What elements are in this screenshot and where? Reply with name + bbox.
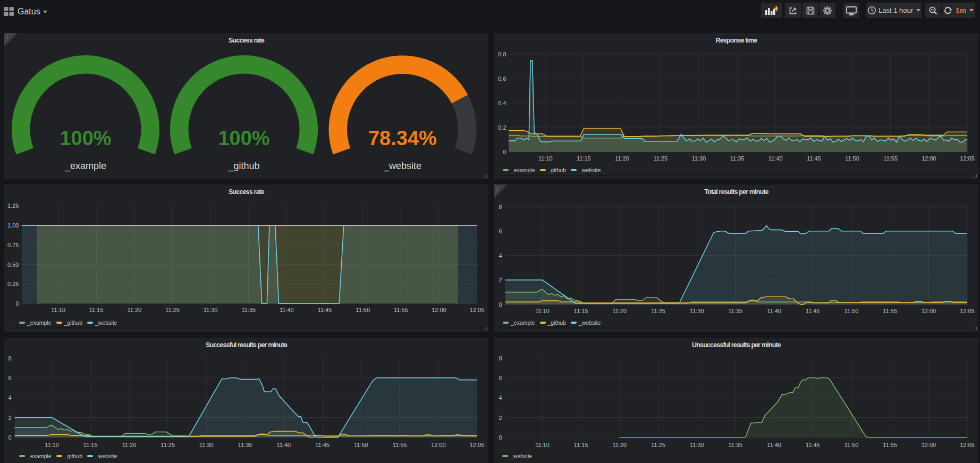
svg-text:11:35: 11:35: [729, 442, 743, 448]
svg-text:11:15: 11:15: [89, 307, 104, 313]
svg-text:11:45: 11:45: [318, 307, 332, 313]
svg-text:11:35: 11:35: [730, 155, 745, 162]
svg-text:11:50: 11:50: [356, 307, 370, 313]
svg-text:12:05: 12:05: [470, 442, 485, 448]
svg-text:12:05: 12:05: [960, 442, 975, 448]
svg-text:11:50: 11:50: [354, 442, 368, 448]
svg-text:1.25: 1.25: [7, 203, 19, 209]
svg-text:11:20: 11:20: [615, 155, 629, 162]
svg-text:12:05: 12:05: [960, 155, 975, 162]
svg-text:8: 8: [499, 204, 502, 210]
svg-text:78.34%: 78.34%: [368, 127, 437, 149]
svg-text:0.8: 0.8: [498, 51, 506, 57]
svg-text:11:10: 11:10: [51, 307, 65, 313]
svg-text:12:00: 12:00: [431, 442, 446, 448]
svg-text:_example: _example: [64, 161, 106, 172]
svg-text:4: 4: [499, 394, 502, 401]
svg-text:11:45: 11:45: [807, 155, 821, 162]
svg-text:11:15: 11:15: [574, 308, 588, 314]
svg-text:6: 6: [9, 375, 12, 381]
svg-text:11:45: 11:45: [806, 442, 820, 448]
svg-text:12:00: 12:00: [922, 155, 936, 162]
svg-text:11:20: 11:20: [122, 442, 137, 448]
svg-text:11:55: 11:55: [883, 155, 898, 162]
svg-text:11:30: 11:30: [690, 442, 704, 448]
svg-text:100%: 100%: [218, 127, 269, 149]
svg-text:11:35: 11:35: [238, 442, 252, 448]
svg-text:100%: 100%: [60, 127, 111, 149]
svg-text:11:40: 11:40: [277, 442, 291, 448]
svg-text:11:30: 11:30: [204, 307, 218, 313]
svg-text:_github: _github: [227, 161, 259, 172]
svg-text:4: 4: [9, 394, 12, 401]
svg-text:11:50: 11:50: [845, 155, 859, 162]
svg-text:11:20: 11:20: [613, 308, 627, 314]
svg-text:11:40: 11:40: [280, 307, 294, 313]
svg-text:11:30: 11:30: [692, 155, 706, 162]
svg-text:11:25: 11:25: [651, 308, 665, 314]
svg-text:0.50: 0.50: [7, 262, 19, 268]
svg-text:11:10: 11:10: [535, 308, 550, 314]
svg-text:0.6: 0.6: [498, 75, 506, 82]
svg-text:12:00: 12:00: [432, 307, 446, 313]
svg-text:0: 0: [499, 434, 502, 441]
svg-text:4: 4: [499, 252, 502, 259]
svg-text:11:50: 11:50: [844, 308, 859, 314]
svg-text:12:00: 12:00: [922, 308, 936, 314]
svg-text:0.75: 0.75: [7, 242, 19, 248]
svg-text:0: 0: [499, 301, 502, 308]
svg-text:2: 2: [499, 415, 502, 421]
svg-text:11:20: 11:20: [613, 442, 627, 448]
svg-text:11:10: 11:10: [535, 442, 550, 448]
svg-text:0: 0: [503, 149, 506, 155]
svg-text:11:35: 11:35: [241, 307, 256, 313]
svg-text:12:00: 12:00: [922, 442, 936, 448]
svg-text:11:15: 11:15: [577, 155, 591, 162]
svg-text:8: 8: [499, 355, 502, 361]
svg-text:11:40: 11:40: [767, 308, 781, 314]
svg-text:11:25: 11:25: [651, 442, 665, 448]
svg-text:6: 6: [499, 228, 502, 234]
svg-text:8: 8: [9, 355, 12, 361]
svg-text:11:25: 11:25: [160, 442, 175, 448]
svg-text:0.25: 0.25: [7, 281, 19, 287]
svg-text:11:55: 11:55: [393, 442, 407, 448]
svg-text:11:40: 11:40: [768, 155, 783, 162]
svg-text:6: 6: [499, 375, 502, 381]
svg-text:11:10: 11:10: [45, 442, 59, 448]
svg-text:12:05: 12:05: [470, 307, 485, 313]
svg-text:11:55: 11:55: [883, 308, 897, 314]
svg-text:2: 2: [9, 415, 12, 421]
svg-text:11:45: 11:45: [806, 308, 820, 314]
svg-text:11:30: 11:30: [199, 442, 214, 448]
svg-text:11:55: 11:55: [394, 307, 408, 313]
svg-text:11:35: 11:35: [729, 308, 743, 314]
svg-text:11:40: 11:40: [767, 442, 781, 448]
svg-text:0.4: 0.4: [498, 100, 506, 106]
svg-text:11:30: 11:30: [690, 308, 704, 314]
svg-text:11:15: 11:15: [83, 442, 98, 448]
svg-text:11:15: 11:15: [574, 442, 588, 448]
svg-text:1.00: 1.00: [7, 222, 19, 229]
svg-text:2: 2: [499, 277, 502, 283]
svg-text:11:10: 11:10: [538, 155, 553, 162]
svg-text:11:25: 11:25: [165, 307, 180, 313]
svg-text:11:25: 11:25: [653, 155, 668, 162]
svg-text:11:20: 11:20: [127, 307, 141, 313]
svg-text:12:05: 12:05: [960, 308, 975, 314]
svg-text:11:55: 11:55: [883, 442, 897, 448]
svg-text:_website: _website: [383, 161, 421, 172]
svg-text:0: 0: [15, 300, 19, 307]
svg-text:11:50: 11:50: [844, 442, 859, 448]
svg-text:11:45: 11:45: [315, 442, 330, 448]
svg-text:0: 0: [9, 434, 12, 441]
svg-text:0.2: 0.2: [498, 124, 506, 131]
